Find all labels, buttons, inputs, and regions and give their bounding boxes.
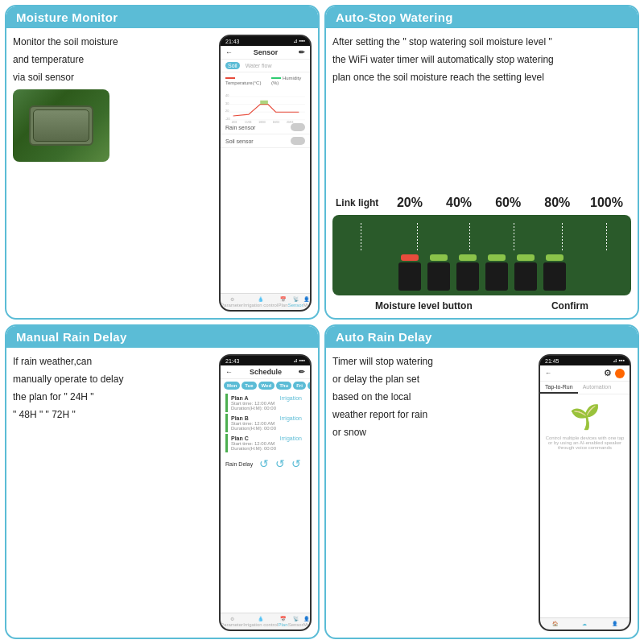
moisture-labels-row: Link light 20% 40% 60% 80% 100% <box>332 196 631 210</box>
sensor-screen-header: ← Sensor ✏ <box>221 46 310 60</box>
moisture-monitor-header: Moisture Monitor <box>6 6 318 28</box>
connector-lines <box>332 215 631 295</box>
nav-my[interactable]: 👤My <box>303 296 310 308</box>
svg-marker-8 <box>260 101 268 105</box>
nav-home[interactable]: 🏠 <box>552 621 558 627</box>
manual-rain-text: If rain weather,can manually operate to … <box>13 354 214 631</box>
auto-stop-body: After setting the " stop watering soil m… <box>326 28 638 318</box>
rain-delay-row: Rain Delay ↺ ↺ ↺ <box>221 454 310 473</box>
auto-status-bar: 21:45 ⊿ ▪▪▪ <box>540 356 630 365</box>
day-mon[interactable]: Mon <box>224 382 240 390</box>
day-row[interactable]: Mon Tue Wed Thu Fri Sat Sun <box>221 379 310 392</box>
automation-tabs[interactable]: Tap-to-Run Automation <box>540 382 630 394</box>
moisture-sensor-image <box>332 215 631 295</box>
nav-irr2[interactable]: 💧Irrigation control <box>243 616 278 627</box>
chart-area: Temperature(°C) Humidity (%) 40 30 <box>221 72 310 121</box>
nav-param2[interactable]: ⚙Parameter <box>221 616 243 627</box>
main-grid: Moisture Monitor Monitor the soil moistu… <box>0 0 644 644</box>
svg-text:20/03: 20/03 <box>287 121 294 124</box>
sensor-device <box>29 105 93 146</box>
svg-text:18/03: 18/03 <box>258 121 266 124</box>
orange-add-button[interactable] <box>615 369 625 378</box>
auto-screen-header: ← ⚙ <box>540 365 630 382</box>
nav-plan[interactable]: 📅Plan <box>278 296 287 308</box>
svg-text:16/03: 16/03 <box>273 121 280 124</box>
soil-sensor-section: Soil sensor <box>221 134 310 148</box>
auto-rain-delay-card: Auto Rain Delay Timer will stop watering… <box>324 324 639 639</box>
nav-sensor2[interactable]: 📡Sensor <box>288 616 303 627</box>
tab-automation[interactable]: Automation <box>578 382 616 394</box>
auto-stop-text: After setting the " stop watering soil m… <box>332 35 631 191</box>
sensor-nav-bar: ⚙Parameter 💧Irrigation control 📅Plan 📡Se… <box>221 293 310 310</box>
chart-legend: Temperature(°C) Humidity (%) <box>225 76 305 85</box>
nav-sensor[interactable]: 📡Sensor <box>288 296 303 308</box>
schedule-screen: ← Schedule ✏ Mon Tue Wed Thu Fri Sat Sun <box>221 365 310 613</box>
delay-48h-icon[interactable]: ↺ <box>275 457 285 470</box>
schedule-status-bar: 21:43 ⊿ ▪▪▪ <box>221 356 310 365</box>
nav-plan2[interactable]: 📅Plan <box>278 616 287 627</box>
plan-b[interactable]: Plan B Irrigation Start time: 12:00 AM D… <box>225 414 305 432</box>
moisture-phone: 21:43 ⊿ ▪▪▪ ← Sensor ✏ Soil Water flow <box>219 35 312 312</box>
schedule-phone: 21:43 ⊿ ▪▪▪ ← Schedule ✏ Mon Tue Wed Thu… <box>219 354 312 631</box>
day-fri[interactable]: Fri <box>293 382 306 390</box>
empty-plant-icon: 🌱 <box>570 402 600 431</box>
tab-water-flow[interactable]: Water flow <box>243 62 275 69</box>
sensor-tabs[interactable]: Soil Water flow <box>221 60 310 72</box>
nav-profile[interactable]: 👤 <box>612 621 617 627</box>
soil-sensor-image <box>13 89 109 162</box>
schedule-screen-header: ← Schedule ✏ <box>221 365 310 379</box>
tab-soil[interactable]: Soil <box>225 62 240 69</box>
delay-24h-icon[interactable]: ↺ <box>259 457 269 470</box>
nav-parameter[interactable]: ⚙Parameter <box>221 296 243 308</box>
plan-c[interactable]: Plan C Irrigation Start time: 12:00 AM D… <box>225 434 305 452</box>
svg-text:30: 30 <box>225 102 229 105</box>
auto-stop-header: Auto-Stop Watering <box>326 6 638 28</box>
day-thu[interactable]: Thu <box>276 382 291 390</box>
day-sat[interactable]: Sat <box>308 382 310 390</box>
auto-empty-state: 🌱 Control multiple devices with one tap … <box>540 394 630 458</box>
delay-72h-icon[interactable]: ↺ <box>291 457 301 470</box>
svg-text:20: 20 <box>225 109 229 113</box>
nav-irrigation[interactable]: 💧Irrigation control <box>243 296 278 308</box>
day-tue[interactable]: Tue <box>242 382 256 390</box>
schedule-nav-bar: ⚙Parameter 💧Irrigation control 📅Plan 📡Se… <box>221 613 310 630</box>
manual-rain-header: Manual Rain Delay <box>6 326 318 348</box>
sensor-chart: 40 30 20 -20 4/03 11/03 18/03 <box>225 87 305 126</box>
plan-a[interactable]: Plan A Irrigation Start time: 12:00 AM D… <box>225 394 305 412</box>
nav-my2[interactable]: 👤My <box>303 616 310 627</box>
status-bar: 21:43 ⊿ ▪▪▪ <box>221 36 310 46</box>
day-wed[interactable]: Wed <box>258 382 275 390</box>
svg-text:40: 40 <box>225 94 229 97</box>
auto-nav-bar: 🏠 ☁ 👤 <box>540 617 630 630</box>
auto-stop-card: Auto-Stop Watering After setting the " s… <box>324 5 639 320</box>
sensor-screen: ← Sensor ✏ Soil Water flow Temperature(°… <box>221 46 310 293</box>
svg-text:-20: -20 <box>225 118 230 121</box>
sensor-body <box>33 109 89 142</box>
auto-rain-text: Timer will stop watering or delay the pl… <box>332 354 534 631</box>
manual-rain-delay-card: Manual Rain Delay If rain weather,can ma… <box>5 324 320 639</box>
automation-screen: ← ⚙ Tap-to-Run Automation 🌱 Control mul <box>540 365 630 617</box>
nav-cloud[interactable]: ☁ <box>582 621 587 627</box>
automation-phone: 21:45 ⊿ ▪▪▪ ← ⚙ Tap-to-Run <box>539 354 631 631</box>
svg-text:4/03: 4/03 <box>232 121 237 124</box>
moisture-monitor-text: Monitor the soil moisture and temperatur… <box>13 35 214 312</box>
moisture-monitor-card: Moisture Monitor Monitor the soil moistu… <box>5 5 320 320</box>
bottom-labels: Moisture level button Confirm <box>332 300 631 312</box>
tab-tap-to-run[interactable]: Tap-to-Run <box>540 382 578 394</box>
svg-text:11/03: 11/03 <box>245 121 252 124</box>
auto-rain-header: Auto Rain Delay <box>326 326 638 348</box>
